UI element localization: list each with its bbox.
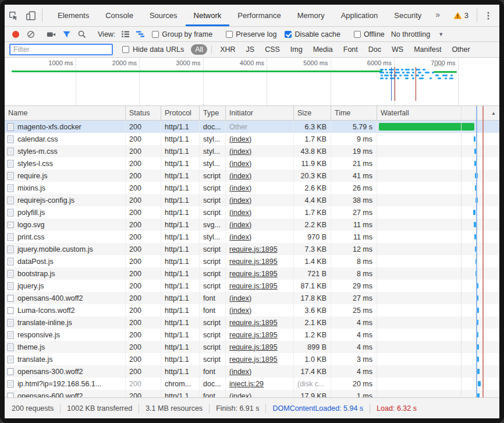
filter-input[interactable] (9, 44, 113, 55)
capture-screenshots-button[interactable] (44, 28, 59, 41)
table-row[interactable]: theme.js200http/1.1scriptrequire.js:1895… (5, 341, 499, 353)
initiator-link[interactable]: (index) (229, 147, 251, 156)
initiator-link[interactable]: require.js:1895 (229, 270, 278, 278)
filter-type-css[interactable]: CSS (261, 44, 284, 55)
column-header-protocol[interactable]: Protocol (161, 106, 200, 120)
document-icon (7, 135, 14, 143)
filter-type-js[interactable]: JS (242, 44, 259, 55)
sort-ascending-icon: ▲ (491, 111, 496, 116)
group-by-frame-checkbox[interactable]: Group by frame (152, 30, 212, 38)
overview-canvas[interactable]: 1000 ms2000 ms3000 ms4000 ms5000 ms6000 … (5, 58, 499, 105)
table-row[interactable]: require.js200http/1.1script(index)20.3 K… (5, 170, 499, 182)
show-overview-button[interactable] (133, 28, 148, 41)
table-row[interactable]: styles-l.css200http/1.1styl...(index)11.… (5, 157, 499, 170)
table-row[interactable]: Luma-Icons.woff2200http/1.1font(index)3.… (5, 304, 499, 316)
table-row[interactable]: opensans-400.woff2200http/1.1font(index)… (5, 292, 499, 304)
column-header-name[interactable]: Name (5, 106, 126, 120)
table-row[interactable]: requirejs-config.js200http/1.1script(ind… (5, 194, 499, 206)
initiator-link[interactable]: require.js:1895 (229, 355, 278, 364)
initiator-link[interactable]: require.js:1895 (229, 319, 278, 327)
filter-type-media[interactable]: Media (309, 44, 337, 55)
initiator-link[interactable]: (index) (229, 368, 251, 376)
initiator-link[interactable]: (index) (229, 172, 251, 180)
initiator-link[interactable]: (index) (229, 294, 251, 302)
tab-memory[interactable]: Memory (289, 5, 333, 26)
table-row[interactable]: responsive.js200http/1.1scriptrequire.js… (5, 329, 499, 341)
document-icon (7, 270, 14, 278)
more-tabs-button[interactable]: » (430, 5, 446, 26)
column-header-size[interactable]: Size (294, 106, 331, 120)
use-large-rows-button[interactable] (118, 28, 133, 41)
device-toolbar-button[interactable] (22, 5, 40, 26)
request-name-cell: ip.html?ip=192.168.56.1... (5, 378, 126, 390)
table-row[interactable]: dataPost.js200http/1.1scriptrequire.js:1… (5, 255, 499, 267)
table-row[interactable]: jquery.js200http/1.1scriptrequire.js:189… (5, 280, 499, 292)
time-cell: 29 ms (331, 280, 377, 292)
record-network-log-button[interactable] (8, 28, 23, 41)
clear-network-log-button[interactable] (23, 28, 38, 41)
table-row[interactable]: translate-inline.js200http/1.1scriptrequ… (5, 316, 499, 329)
initiator-link[interactable]: (index) (229, 196, 251, 205)
tab-network[interactable]: Network (186, 5, 230, 26)
devtools-menu-button[interactable] (480, 5, 497, 26)
initiator-link[interactable]: (index) (229, 160, 251, 168)
offline-checkbox[interactable]: Offline (354, 30, 385, 38)
initiator-link[interactable]: (index) (229, 233, 251, 241)
initiator-link[interactable]: require.js:1895 (229, 282, 278, 290)
preserve-log-checkbox[interactable]: Preserve log (226, 30, 276, 38)
table-row[interactable]: styles-m.css200http/1.1styl...(index)43.… (5, 145, 499, 157)
console-warnings-badge[interactable]: 3 (448, 5, 474, 26)
filter-type-manifest[interactable]: Manifest (410, 44, 445, 55)
filter-type-doc[interactable]: Doc (364, 44, 385, 55)
table-row[interactable]: ip.html?ip=192.168.56.1...200chrom...doc… (5, 378, 499, 390)
table-row[interactable]: calendar.css200http/1.1styl...(index)1.7… (5, 133, 499, 145)
filter-type-font[interactable]: Font (339, 44, 362, 55)
column-header-time[interactable]: Time (331, 106, 377, 120)
initiator-link[interactable]: (index) (229, 392, 251, 398)
table-row[interactable]: opensans-300.woff2200http/1.1font(index)… (5, 365, 499, 378)
search-button[interactable] (74, 28, 89, 41)
filter-type-ws[interactable]: WS (388, 44, 407, 55)
table-row[interactable]: opensans-600.woff2200http/1.1font(index)… (5, 390, 499, 397)
waterfall-cell (377, 292, 499, 304)
table-row[interactable]: print.css200http/1.1styl...(index)970 B1… (5, 231, 499, 243)
tab-application[interactable]: Application (333, 5, 386, 26)
column-header-type[interactable]: Type (200, 106, 226, 120)
inspect-element-button[interactable] (5, 5, 22, 26)
filter-toggle-button[interactable] (59, 28, 74, 41)
column-header-status[interactable]: Status (126, 106, 161, 120)
tab-security[interactable]: Security (386, 5, 430, 26)
column-header-initiator[interactable]: Initiator (226, 106, 294, 120)
initiator-link[interactable]: require.js:1895 (229, 331, 278, 339)
throttling-select[interactable]: No throttling ▼ (391, 30, 443, 38)
initiator-link[interactable]: inject.js:29 (229, 380, 264, 388)
column-header-waterfall[interactable]: Waterfall▲ (377, 106, 499, 120)
initiator-link[interactable]: (index) (229, 184, 251, 192)
table-row[interactable]: jquery.mobile.custom.js200http/1.1script… (5, 243, 499, 255)
tab-elements[interactable]: Elements (49, 5, 97, 26)
initiator-link[interactable]: require.js:1895 (229, 245, 278, 253)
filter-type-other[interactable]: Other (448, 44, 474, 55)
initiator-link[interactable]: (index) (229, 306, 251, 315)
tab-performance[interactable]: Performance (229, 5, 289, 26)
initiator-link[interactable]: require.js:1895 (229, 258, 278, 266)
status-cell: 200 (126, 170, 161, 182)
table-row[interactable]: bootstrap.js200http/1.1scriptrequire.js:… (5, 267, 499, 280)
filter-type-all[interactable]: All (191, 44, 207, 55)
tab-console[interactable]: Console (97, 5, 141, 26)
table-row[interactable]: magento-xfs.docker200http/1.1doc...Other… (5, 121, 499, 133)
initiator-link[interactable]: (index) (229, 135, 251, 143)
hide-data-urls-checkbox[interactable]: Hide data URLs (122, 45, 184, 54)
initiator-cell: (index) (226, 218, 294, 231)
table-row[interactable]: mixins.js200http/1.1script(index)2.6 KB2… (5, 182, 499, 194)
filter-type-xhr[interactable]: XHR (216, 44, 239, 55)
initiator-link[interactable]: (index) (229, 209, 251, 217)
table-row[interactable]: translate.js200http/1.1scriptrequire.js:… (5, 353, 499, 365)
initiator-link[interactable]: (index) (229, 221, 251, 229)
table-row[interactable]: logo.svg200http/1.1svg...(index)2.2 KB11… (5, 218, 499, 231)
tab-sources[interactable]: Sources (141, 5, 186, 26)
disable-cache-checkbox[interactable]: Disable cache (285, 30, 340, 38)
filter-type-img[interactable]: Img (286, 44, 307, 55)
table-row[interactable]: polyfill.js200http/1.1script(index)1.7 K… (5, 206, 499, 218)
initiator-link[interactable]: require.js:1895 (229, 343, 278, 351)
